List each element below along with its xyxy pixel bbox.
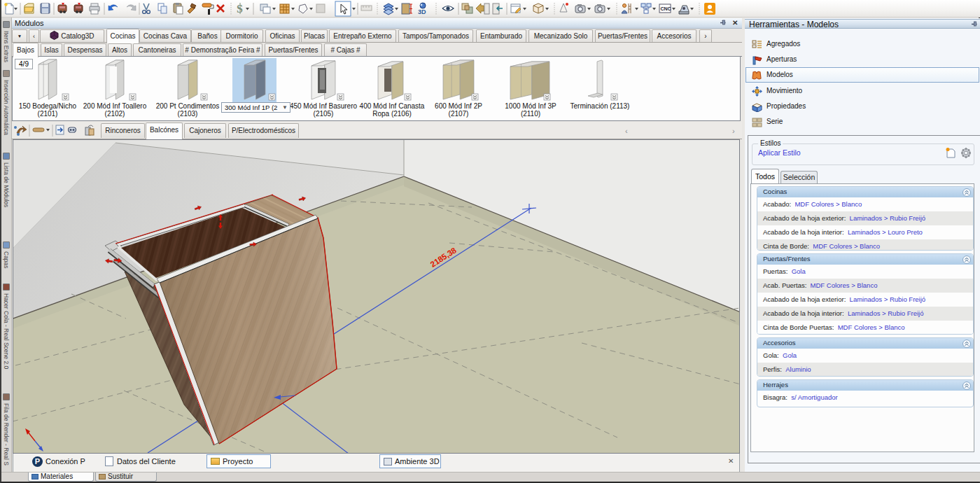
svg-text:3D: 3D — [418, 8, 426, 15]
svg-text:CNC: CNC — [661, 6, 671, 11]
